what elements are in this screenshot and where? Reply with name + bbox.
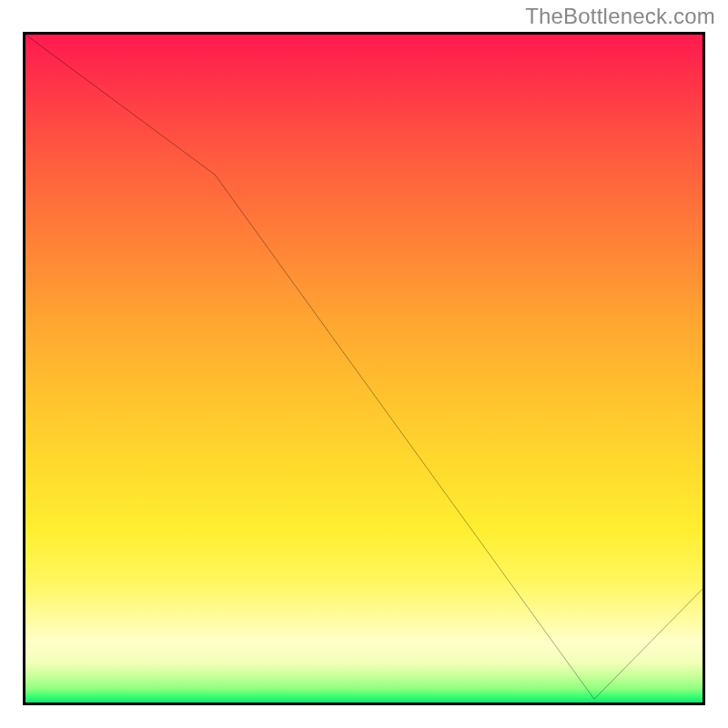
chart-frame [23, 32, 705, 705]
chart-line-svg [25, 35, 703, 703]
bottleneck-curve [25, 35, 703, 699]
watermark-text: TheBottleneck.com [525, 4, 715, 29]
